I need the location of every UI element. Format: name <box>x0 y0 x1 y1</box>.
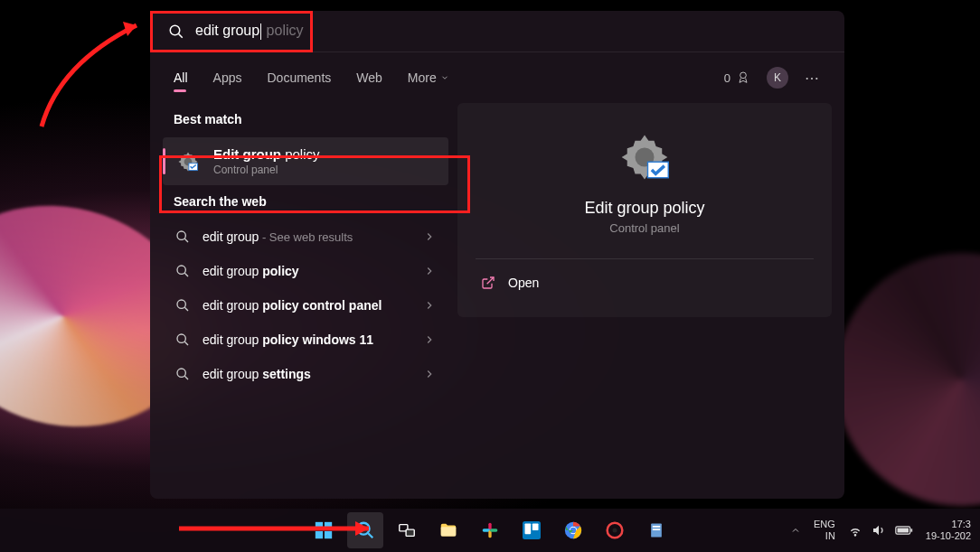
start-button[interactable] <box>306 512 342 548</box>
svg-line-26 <box>368 533 372 538</box>
chrome-button[interactable] <box>555 512 591 548</box>
chevron-right-icon <box>423 333 436 346</box>
svg-point-0 <box>170 25 180 35</box>
svg-point-11 <box>177 334 185 342</box>
svg-rect-29 <box>441 527 457 536</box>
tab-web[interactable]: Web <box>356 58 382 98</box>
svg-point-2 <box>740 72 747 79</box>
best-match-heading: Best match <box>163 103 448 137</box>
svg-rect-24 <box>325 531 332 538</box>
taskbar-center <box>306 512 674 548</box>
tab-more[interactable]: More <box>408 58 449 98</box>
task-view-button[interactable] <box>389 512 425 548</box>
volume-icon <box>872 523 886 538</box>
svg-point-7 <box>177 266 185 274</box>
svg-rect-21 <box>316 522 323 529</box>
svg-point-25 <box>358 523 370 535</box>
app-button-7[interactable] <box>597 512 633 548</box>
svg-line-12 <box>184 341 188 345</box>
svg-rect-44 <box>653 529 660 530</box>
circle-icon <box>606 521 624 539</box>
search-icon <box>175 229 190 244</box>
search-icon <box>175 332 190 347</box>
search-input[interactable]: edit group policy <box>195 23 304 40</box>
svg-line-6 <box>184 239 188 242</box>
web-result-4[interactable]: edit group settings <box>163 357 448 391</box>
chevron-right-icon <box>423 299 436 312</box>
svg-line-1 <box>179 33 183 37</box>
external-link-icon <box>481 276 495 290</box>
search-bar[interactable]: edit group policy <box>150 11 844 52</box>
clock[interactable]: 17:3 19-10-202 <box>926 519 971 542</box>
preview-card: Edit group policy Control panel Open <box>457 103 832 317</box>
svg-line-17 <box>487 277 494 284</box>
language-indicator[interactable]: ENG IN <box>814 519 835 542</box>
search-icon <box>355 520 375 540</box>
preview-gear-icon <box>619 132 670 182</box>
preview-subtitle: Control panel <box>609 221 679 235</box>
windows-search-panel: edit group policy All Apps Documents Web… <box>150 11 844 499</box>
chevron-right-icon <box>423 265 436 277</box>
web-result-3[interactable]: edit group policy windows 11 <box>163 323 448 357</box>
document-icon <box>647 521 665 539</box>
app-button-8[interactable] <box>638 512 674 548</box>
tray-overflow-button[interactable] <box>790 525 801 536</box>
folder-icon <box>438 520 458 540</box>
search-web-heading: Search the web <box>163 185 448 220</box>
battery-icon <box>895 525 913 536</box>
search-icon <box>175 298 190 313</box>
trello-icon <box>523 521 541 539</box>
best-match-subtitle: Control panel <box>213 164 320 176</box>
system-tray[interactable] <box>848 523 913 538</box>
svg-rect-43 <box>653 526 660 528</box>
svg-rect-47 <box>897 529 909 533</box>
best-match-title: Edit group policy <box>213 146 320 162</box>
preview-title: Edit group policy <box>584 199 704 218</box>
chevron-right-icon <box>423 368 436 380</box>
chevron-down-icon <box>440 73 449 82</box>
web-result-1[interactable]: edit group policy <box>163 254 448 288</box>
tab-all[interactable]: All <box>174 58 188 98</box>
svg-rect-28 <box>406 529 414 536</box>
svg-rect-48 <box>910 529 912 531</box>
tab-documents[interactable]: Documents <box>267 58 331 98</box>
search-icon <box>168 23 184 40</box>
chevron-right-icon <box>423 230 436 243</box>
slack-button[interactable] <box>472 512 508 548</box>
svg-rect-23 <box>316 531 323 538</box>
taskbar: ENG IN 17:3 19-10-202 <box>0 509 980 552</box>
svg-point-41 <box>613 529 617 533</box>
annotation-arrow-to-search <box>33 9 159 136</box>
desktop-wallpaper-swirl-right <box>835 253 980 506</box>
svg-point-13 <box>177 369 185 377</box>
web-result-0[interactable]: edit group - See web results <box>163 220 448 254</box>
more-options-button[interactable]: ⋯ <box>805 70 821 87</box>
control-panel-gear-icon <box>175 149 201 174</box>
slack-icon <box>481 521 499 539</box>
search-button[interactable] <box>347 512 383 548</box>
user-avatar[interactable]: K <box>767 67 788 89</box>
search-icon <box>175 367 190 381</box>
search-filter-tabs: All Apps Documents Web More 0 K ⋯ <box>150 52 844 103</box>
medal-icon <box>736 70 750 85</box>
results-column: Best match Edit group policy Control pan… <box>163 103 448 481</box>
svg-rect-22 <box>325 522 332 529</box>
svg-point-45 <box>854 535 855 536</box>
web-result-2[interactable]: edit group policy control panel <box>163 288 448 323</box>
trello-button[interactable] <box>514 512 550 548</box>
open-action[interactable]: Open <box>476 267 814 299</box>
wifi-icon <box>848 523 862 538</box>
task-view-icon <box>397 520 417 540</box>
svg-point-5 <box>177 231 185 239</box>
windows-logo-icon <box>314 520 334 540</box>
rewards-indicator[interactable]: 0 <box>724 70 750 85</box>
file-explorer-button[interactable] <box>430 512 466 548</box>
divider <box>476 258 814 259</box>
best-match-result[interactable]: Edit group policy Control panel <box>163 137 448 185</box>
svg-line-8 <box>184 273 188 276</box>
svg-point-9 <box>177 300 185 308</box>
svg-marker-18 <box>123 22 137 36</box>
svg-line-10 <box>184 307 188 311</box>
tab-apps[interactable]: Apps <box>213 58 242 98</box>
search-icon <box>175 264 190 278</box>
